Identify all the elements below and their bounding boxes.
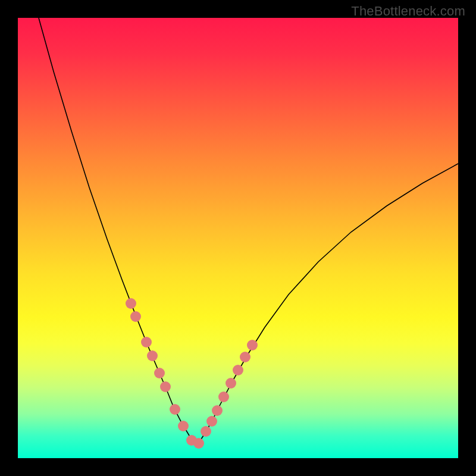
- data-marker: [201, 426, 211, 437]
- data-marker: [141, 337, 152, 347]
- data-marker: [226, 378, 236, 389]
- data-marker: [218, 392, 229, 402]
- markers-right-group: [193, 340, 258, 449]
- data-marker: [126, 298, 136, 309]
- data-marker: [240, 352, 250, 362]
- data-marker: [170, 404, 180, 415]
- data-marker: [160, 381, 171, 392]
- data-marker: [233, 365, 243, 375]
- right-curve: [196, 164, 458, 446]
- data-marker: [130, 311, 141, 322]
- data-marker: [212, 405, 223, 416]
- plot-area: [18, 18, 458, 458]
- data-marker: [193, 438, 204, 449]
- left-curve: [39, 18, 196, 446]
- data-marker: [247, 340, 258, 350]
- chart-container: TheBottleneck.com: [0, 0, 476, 476]
- data-marker: [154, 368, 165, 378]
- data-marker: [206, 416, 217, 427]
- watermark-text: TheBottleneck.com: [351, 4, 465, 19]
- data-marker: [178, 421, 189, 431]
- markers-left-group: [126, 298, 197, 446]
- chart-svg: [18, 18, 458, 458]
- data-marker: [147, 350, 158, 361]
